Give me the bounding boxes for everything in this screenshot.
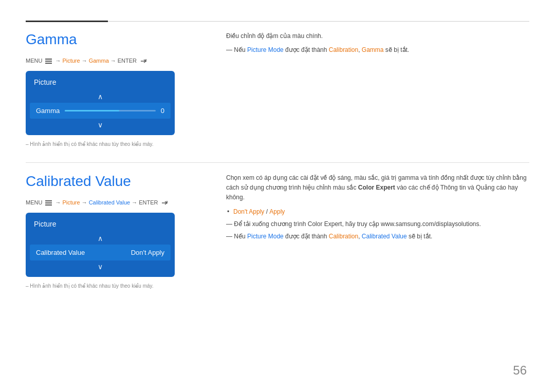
section-divider (26, 162, 529, 163)
cal-calibrated-link: Calibrated Value (89, 199, 131, 206)
svg-rect-1 (45, 61, 52, 62)
svg-rect-3 (45, 200, 52, 201)
gamma-desc-main: Điều chỉnh độ đậm của màu chính. (226, 31, 529, 41)
cal-arrow1: → (55, 199, 61, 206)
gamma-row-value: 0 (161, 107, 164, 115)
gamma-slider (65, 110, 156, 111)
gamma-arrow-down: ∨ (26, 119, 175, 131)
calibrated-desc-item-1: Nếu Picture Mode được đặt thành Calibrat… (226, 232, 529, 241)
dont-apply-label: Don't Apply (233, 208, 264, 215)
gamma-gamma-link: Gamma (89, 58, 109, 64)
gamma-tv-box: Picture ∧ Gamma 0 ∨ (26, 71, 175, 135)
cal-enter: ENTER (139, 199, 158, 206)
svg-rect-5 (45, 204, 52, 206)
page-number: 56 (513, 363, 527, 378)
gamma-title: Gamma (26, 31, 206, 48)
menu-label: MENU (26, 58, 42, 64)
calibrated-value-section: Calibrated Value MENU → Picture → Calibr… (26, 173, 529, 289)
gamma-tv-header: Picture (26, 75, 175, 90)
divider-dark (26, 21, 108, 22)
divider-light (108, 21, 529, 22)
gamma-arrow-up: ∧ (26, 90, 175, 103)
svg-rect-4 (45, 202, 52, 203)
gamma-arrow2: → (82, 58, 87, 64)
top-divider (26, 21, 529, 22)
gamma-left-col: Gamma MENU → Picture → Gamma → ENTER (26, 31, 221, 147)
calibrated-row-value: Don't Apply (131, 249, 164, 256)
gamma-menu-path: MENU → Picture → Gamma → ENTER (26, 57, 206, 64)
gamma-row-label: Gamma (36, 107, 60, 115)
calibrated-value-ref: Calibrated Value (362, 233, 407, 240)
cal-picture-link: Picture (62, 199, 80, 206)
gamma-gamma-ref: Gamma (362, 46, 384, 53)
calibrated-desc-item-0: Để tải xuống chương trình Color Expert, … (226, 219, 529, 229)
svg-rect-0 (45, 59, 52, 60)
calibrated-row-label: Calibrated Value (36, 249, 85, 256)
calibrated-left-col: Calibrated Value MENU → Picture → Calibr… (26, 173, 221, 289)
gamma-arrow3: → (110, 58, 116, 64)
calibrated-right-col: Chọn xem có áp dụng các cài đặt về độ sá… (221, 173, 529, 289)
gamma-calibration-ref: Calibration (329, 46, 358, 53)
calibrated-bullet: Don't Apply / Apply (226, 207, 529, 217)
apply-label: Apply (269, 208, 285, 215)
slash: / (264, 208, 269, 215)
gamma-desc-item-0: Nếu Picture Mode được đặt thành Calibrat… (226, 45, 529, 55)
calibrated-menu-path: MENU → Picture → Calibrated Value → ENTE… (26, 199, 206, 206)
gamma-arrow1: → (55, 58, 61, 64)
svg-rect-2 (45, 63, 52, 64)
cal-menu-label: MENU (26, 199, 42, 206)
calibrated-arrow-up: ∧ (26, 232, 175, 245)
calibrated-picture-mode-ref: Picture Mode (247, 233, 284, 240)
color-expert-ref: Color Expert (358, 184, 395, 191)
gamma-picture-mode-ref: Picture Mode (247, 46, 284, 53)
page-container: Gamma MENU → Picture → Gamma → ENTER (0, 0, 555, 392)
cal-arrow3: → (132, 199, 137, 206)
gamma-picture-link: Picture (62, 58, 80, 64)
cal-arrow2: → (82, 199, 87, 206)
gamma-note: – Hình ảnh hiển thị có thể khác nhau tùy… (26, 141, 206, 147)
gamma-slider-fill (65, 110, 119, 111)
gamma-tv-row: Gamma 0 (30, 103, 171, 119)
gamma-enter: ENTER (118, 58, 137, 64)
calibrated-tv-row: Calibrated Value Don't Apply (30, 245, 171, 260)
gamma-section: Gamma MENU → Picture → Gamma → ENTER (26, 31, 529, 147)
calibrated-desc-main: Chọn xem có áp dụng các cài đặt về độ sá… (226, 173, 529, 203)
calibrated-title: Calibrated Value (26, 173, 206, 190)
calibrated-arrow-down: ∨ (26, 260, 175, 273)
calibrated-tv-header: Picture (26, 217, 175, 232)
calibrated-note: – Hình ảnh hiển thị có thể khác nhau tùy… (26, 283, 206, 289)
calibrated-tv-box: Picture ∧ Calibrated Value Don't Apply ∨ (26, 213, 175, 277)
calibrated-calibration-ref: Calibration (329, 233, 358, 240)
gamma-right-col: Điều chỉnh độ đậm của màu chính. Nếu Pic… (221, 31, 529, 147)
